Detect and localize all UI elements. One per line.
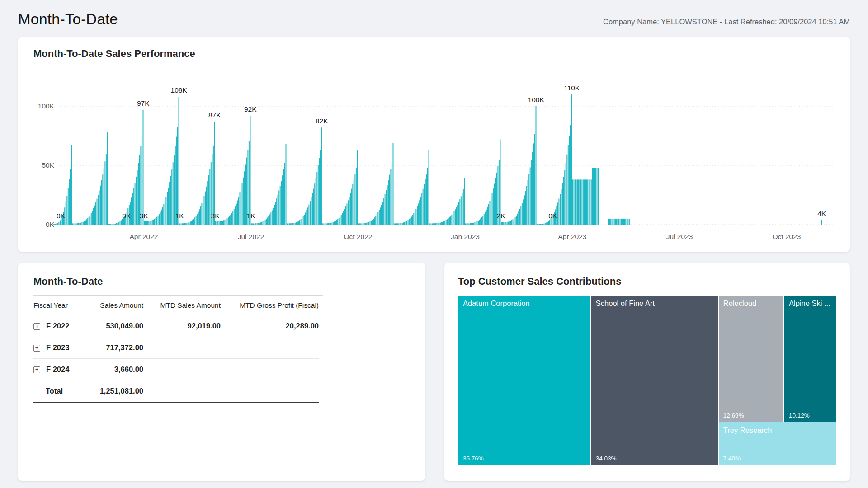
daily-mtd-sales-bar[interactable] <box>188 223 189 225</box>
daily-mtd-sales-bar[interactable] <box>358 223 359 225</box>
daily-mtd-sales-bar[interactable] <box>536 106 537 225</box>
daily-mtd-sales-bar[interactable] <box>543 224 544 225</box>
daily-mtd-sales-bar[interactable] <box>471 223 472 225</box>
daily-mtd-sales-bar[interactable] <box>234 209 235 225</box>
daily-mtd-sales-bar[interactable] <box>97 199 98 225</box>
daily-mtd-sales-bar[interactable] <box>236 204 237 225</box>
treemap-tile-school-of-fine-art[interactable]: School of Fine Art34.03% <box>591 295 718 465</box>
daily-mtd-sales-bar[interactable] <box>425 179 426 225</box>
daily-mtd-sales-bar[interactable] <box>444 221 445 225</box>
table-row[interactable]: +F 20243,660.00 <box>33 359 319 380</box>
daily-mtd-sales-bar[interactable] <box>156 218 156 225</box>
daily-mtd-sales-bar[interactable] <box>387 185 388 225</box>
daily-mtd-sales-bar[interactable] <box>531 160 532 225</box>
daily-mtd-sales-bar[interactable] <box>306 210 307 225</box>
daily-mtd-sales-bar[interactable] <box>610 219 611 225</box>
daily-mtd-sales-bar[interactable] <box>625 219 626 225</box>
daily-mtd-sales-bar[interactable] <box>594 168 595 225</box>
daily-mtd-sales-bar[interactable] <box>563 177 564 225</box>
daily-mtd-sales-bar[interactable] <box>170 176 171 225</box>
daily-mtd-sales-bar[interactable] <box>548 221 549 225</box>
daily-mtd-sales-bar[interactable] <box>81 222 82 225</box>
daily-mtd-sales-bar[interactable] <box>469 223 470 225</box>
table-row[interactable]: +F 2022530,049.0092,019.0020,289.00 <box>33 315 319 337</box>
daily-mtd-sales-bar[interactable] <box>609 219 610 225</box>
daily-mtd-sales-bar[interactable] <box>576 179 577 225</box>
daily-mtd-sales-bar[interactable] <box>184 223 185 225</box>
daily-mtd-sales-bar[interactable] <box>459 199 460 225</box>
daily-mtd-sales-bar[interactable] <box>325 223 326 225</box>
daily-mtd-sales-bar[interactable] <box>472 223 473 225</box>
daily-mtd-sales-bar[interactable] <box>152 220 153 225</box>
daily-mtd-sales-bar[interactable] <box>284 163 285 225</box>
daily-mtd-sales-bar[interactable] <box>321 127 322 225</box>
daily-mtd-sales-bar[interactable] <box>354 179 354 225</box>
daily-mtd-sales-bar[interactable] <box>305 212 306 225</box>
daily-mtd-sales-bar[interactable] <box>217 221 218 225</box>
daily-mtd-sales-bar[interactable] <box>199 209 200 225</box>
daily-mtd-sales-bar[interactable] <box>274 205 275 225</box>
daily-mtd-sales-bar[interactable] <box>490 201 491 225</box>
daily-mtd-sales-bar[interactable] <box>298 221 299 225</box>
daily-mtd-sales-bar[interactable] <box>310 201 311 225</box>
daily-mtd-sales-bar[interactable] <box>502 222 503 225</box>
daily-mtd-sales-bar[interactable] <box>80 223 81 225</box>
daily-mtd-sales-bar[interactable] <box>352 184 353 225</box>
daily-mtd-sales-bar[interactable] <box>577 179 578 225</box>
daily-mtd-sales-bar[interactable] <box>344 209 345 225</box>
daily-mtd-sales-bar[interactable] <box>449 217 450 225</box>
daily-mtd-sales-bar[interactable] <box>455 209 456 225</box>
daily-mtd-sales-bar[interactable] <box>232 211 233 225</box>
expand-row-icon[interactable]: + <box>33 366 40 373</box>
daily-mtd-sales-bar[interactable] <box>304 215 305 225</box>
daily-mtd-sales-bar[interactable] <box>528 174 529 225</box>
daily-mtd-sales-bar[interactable] <box>429 223 430 225</box>
daily-mtd-sales-bar[interactable] <box>229 216 230 225</box>
daily-mtd-sales-bar[interactable] <box>116 223 117 225</box>
daily-mtd-sales-bar[interactable] <box>429 150 429 225</box>
daily-mtd-sales-bar[interactable] <box>380 207 381 225</box>
daily-mtd-sales-bar[interactable] <box>454 211 455 225</box>
daily-mtd-sales-bar[interactable] <box>440 223 441 225</box>
daily-mtd-sales-bar[interactable] <box>377 212 378 225</box>
daily-mtd-sales-bar[interactable] <box>257 223 258 225</box>
daily-mtd-sales-bar[interactable] <box>505 222 505 225</box>
daily-mtd-sales-bar[interactable] <box>273 208 274 225</box>
daily-mtd-sales-bar[interactable] <box>598 168 599 225</box>
treemap-tile-adatum-corporation[interactable]: Adatum Corporation35.76% <box>458 295 591 465</box>
daily-mtd-sales-bar[interactable] <box>415 209 416 225</box>
daily-mtd-sales-bar[interactable] <box>169 182 170 225</box>
daily-mtd-sales-bar[interactable] <box>571 94 572 225</box>
daily-mtd-sales-bar[interactable] <box>446 220 447 225</box>
daily-mtd-sales-bar[interactable] <box>519 209 520 225</box>
daily-mtd-sales-bar[interactable] <box>292 223 293 225</box>
daily-mtd-sales-bar[interactable] <box>409 219 410 225</box>
daily-mtd-sales-bar[interactable] <box>591 179 592 225</box>
daily-mtd-sales-bar[interactable] <box>311 197 312 225</box>
daily-mtd-sales-bar[interactable] <box>403 222 404 225</box>
daily-mtd-sales-bar[interactable] <box>237 201 238 225</box>
daily-mtd-sales-bar[interactable] <box>66 202 66 225</box>
daily-mtd-sales-bar[interactable] <box>477 221 478 225</box>
daily-mtd-sales-bar[interactable] <box>547 222 548 225</box>
daily-mtd-sales-bar[interactable] <box>266 219 267 225</box>
daily-mtd-sales-bar[interactable] <box>410 218 411 225</box>
table-total-row[interactable]: Total1,251,081.00 <box>33 380 319 403</box>
daily-mtd-sales-bar[interactable] <box>265 220 266 225</box>
daily-mtd-sales-bar[interactable] <box>200 206 201 225</box>
daily-mtd-sales-bar[interactable] <box>291 223 292 225</box>
daily-mtd-sales-bar[interactable] <box>52 224 52 225</box>
daily-mtd-sales-bar[interactable] <box>374 217 375 225</box>
daily-mtd-sales-bar[interactable] <box>71 145 72 225</box>
daily-mtd-sales-bar[interactable] <box>578 179 579 225</box>
daily-mtd-sales-bar[interactable] <box>283 169 284 225</box>
daily-mtd-sales-bar[interactable] <box>221 221 222 225</box>
daily-mtd-sales-bar[interactable] <box>381 205 382 225</box>
daily-mtd-sales-bar[interactable] <box>275 202 276 225</box>
daily-mtd-sales-bar[interactable] <box>525 191 526 225</box>
daily-mtd-sales-bar[interactable] <box>418 203 419 225</box>
daily-mtd-sales-bar[interactable] <box>282 175 283 225</box>
daily-mtd-sales-bar[interactable] <box>91 213 92 225</box>
daily-mtd-sales-bar[interactable] <box>267 217 268 225</box>
daily-mtd-sales-bar[interactable] <box>340 216 340 225</box>
